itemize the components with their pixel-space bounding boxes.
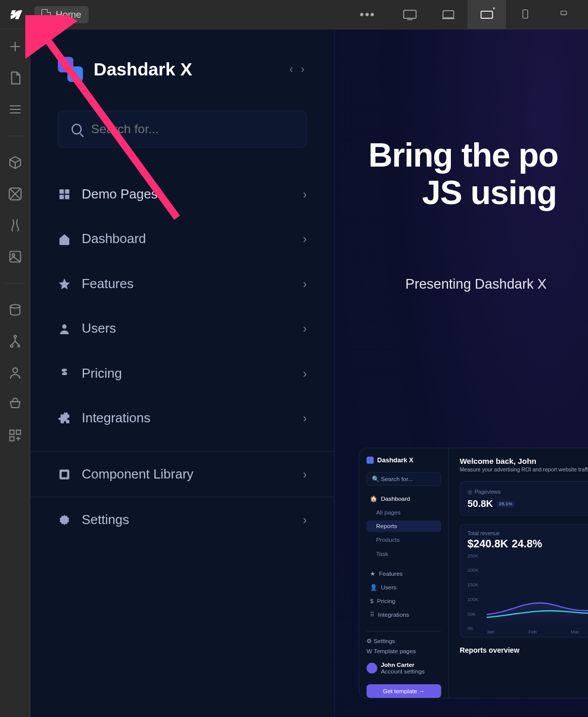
mini-logo-icon bbox=[366, 457, 373, 464]
mini-nav-products: Products bbox=[366, 534, 441, 545]
nav-label: Pricing bbox=[81, 366, 292, 381]
nav-list: Demo Pages › Dashboard › Features › User… bbox=[30, 172, 334, 441]
brand-row: Dashdark X ‹ › bbox=[30, 57, 334, 100]
mini-nav-integrations: ⠿ Integrations bbox=[366, 609, 441, 620]
brand-title: Dashdark X bbox=[94, 59, 192, 79]
pages-icon[interactable] bbox=[8, 71, 22, 85]
svg-point-10 bbox=[10, 345, 13, 347]
styleguide-icon[interactable] bbox=[8, 218, 22, 232]
svg-rect-12 bbox=[10, 430, 14, 434]
gear-icon bbox=[58, 513, 71, 527]
nav-label: Component Library bbox=[81, 467, 292, 483]
svg-point-11 bbox=[13, 368, 17, 373]
template-sidebar: Dashdark X ‹ › Demo Pages › Dashboard › … bbox=[30, 29, 335, 717]
logic-icon[interactable] bbox=[8, 334, 22, 348]
hero-headline: Bring the po JS using bbox=[368, 137, 588, 210]
svg-rect-18 bbox=[65, 195, 69, 200]
nav-label: Users bbox=[81, 321, 292, 337]
chevron-right-icon: › bbox=[303, 412, 307, 425]
user-icon bbox=[58, 322, 71, 335]
mini-user: John CarterAccount settings bbox=[366, 661, 441, 674]
mini-foot-template: W Template pages bbox=[366, 648, 441, 654]
breakpoint-group: * bbox=[391, 0, 583, 29]
mini-nav-features: ★ Features bbox=[366, 568, 441, 579]
mini-search: 🔍 Search for... bbox=[366, 472, 441, 486]
breakpoint-tablet-portrait-icon[interactable] bbox=[506, 0, 544, 29]
collapse-toggle-icon[interactable]: ‹ › bbox=[289, 63, 307, 76]
nav-dashboard[interactable]: Dashboard › bbox=[30, 216, 334, 261]
svg-point-9 bbox=[14, 335, 16, 338]
users-icon[interactable] bbox=[8, 366, 22, 380]
canvas: Dashdark X ‹ › Demo Pages › Dashboard › … bbox=[30, 29, 588, 717]
breakpoint-desktop-icon[interactable] bbox=[391, 0, 429, 29]
chevron-right-icon: › bbox=[303, 513, 307, 527]
svg-rect-16 bbox=[65, 189, 69, 194]
cms-icon[interactable] bbox=[8, 303, 22, 317]
mini-nav-dashboard: 🏠 Dashboard bbox=[366, 493, 441, 504]
mini-nav-reports: Reports bbox=[366, 521, 441, 532]
nav-label: Settings bbox=[81, 512, 292, 528]
breakpoint-mobile-icon[interactable] bbox=[544, 0, 583, 29]
home-icon bbox=[58, 232, 71, 246]
svg-rect-1 bbox=[443, 11, 454, 18]
nav-demo-pages[interactable]: Demo Pages › bbox=[30, 172, 334, 217]
nav-pricing[interactable]: Pricing › bbox=[30, 351, 334, 396]
assets-icon[interactable] bbox=[8, 250, 22, 264]
mini-nav-allpages: All pages bbox=[366, 507, 441, 518]
mini-chart: Total revenue $240.8K24.8% RevenueExpens… bbox=[459, 524, 588, 638]
apps-icon[interactable] bbox=[8, 428, 22, 443]
svg-rect-13 bbox=[16, 430, 20, 434]
ecommerce-icon[interactable] bbox=[8, 397, 22, 411]
breakpoint-laptop-icon[interactable] bbox=[429, 0, 468, 29]
chevron-right-icon: › bbox=[303, 232, 307, 246]
mini-welcome: Welcome back, John bbox=[459, 457, 588, 466]
search-icon bbox=[71, 124, 81, 134]
nav-features[interactable]: Features › bbox=[30, 261, 334, 306]
chevron-right-icon: › bbox=[303, 277, 307, 291]
nav-label: Integrations bbox=[81, 411, 292, 426]
brand-logo-icon bbox=[58, 57, 83, 82]
mini-main: Welcome back, John Measure your advertis… bbox=[449, 448, 588, 698]
more-menu-icon[interactable]: ••• bbox=[360, 8, 375, 22]
webflow-logo-icon[interactable] bbox=[5, 8, 25, 22]
chevron-right-icon: › bbox=[303, 367, 307, 380]
webflow-topbar: Home ••• * bbox=[0, 0, 588, 29]
grid-icon bbox=[58, 188, 71, 201]
svg-point-19 bbox=[62, 325, 67, 329]
svg-rect-17 bbox=[60, 195, 64, 200]
nav-component-library[interactable]: Component Library › bbox=[30, 452, 334, 497]
dollar-icon bbox=[58, 367, 71, 380]
chevron-right-icon: › bbox=[303, 468, 307, 482]
page-icon bbox=[41, 9, 51, 20]
nav-label: Dashboard bbox=[81, 231, 292, 247]
nav-settings[interactable]: Settings › bbox=[30, 497, 334, 542]
current-page-label: Home bbox=[56, 9, 81, 20]
puzzle-icon bbox=[58, 412, 71, 425]
mini-nav-task: Task bbox=[366, 548, 441, 559]
search-input-wrap[interactable] bbox=[58, 110, 307, 147]
nav-label: Demo Pages bbox=[81, 186, 292, 202]
search-input[interactable] bbox=[91, 122, 293, 136]
nav-integrations[interactable]: Integrations › bbox=[30, 395, 334, 441]
add-element-icon[interactable] bbox=[8, 39, 22, 54]
svg-rect-0 bbox=[404, 10, 416, 18]
mini-dashboard-mock: Dashdark X 🔍 Search for... 🏠 Dashboard A… bbox=[359, 448, 588, 699]
mini-nav-users: 👤 Users bbox=[366, 581, 441, 592]
mini-nav-pricing: $ Pricing bbox=[366, 595, 441, 606]
variables-icon[interactable] bbox=[8, 187, 22, 201]
star-icon bbox=[58, 277, 71, 291]
breakpoint-tablet-landscape-icon[interactable]: * bbox=[468, 0, 506, 29]
hero-subline: Presenting Dashdark X bbox=[405, 276, 588, 293]
chevron-right-icon: › bbox=[303, 187, 307, 201]
components-icon[interactable] bbox=[8, 155, 22, 170]
navigator-icon[interactable] bbox=[8, 102, 22, 116]
eye-icon: ◎ bbox=[468, 489, 472, 495]
mini-desc: Measure your advertising ROI and report … bbox=[459, 467, 588, 473]
chevron-right-icon: › bbox=[303, 322, 307, 336]
mini-cta: Get template → bbox=[366, 684, 441, 698]
library-icon bbox=[58, 468, 71, 481]
current-page-pill[interactable]: Home bbox=[34, 6, 89, 23]
svg-rect-3 bbox=[523, 10, 528, 18]
nav-users[interactable]: Users › bbox=[30, 306, 334, 351]
preview-hero: Bring the po JS using Presenting Dashdar… bbox=[335, 29, 588, 717]
